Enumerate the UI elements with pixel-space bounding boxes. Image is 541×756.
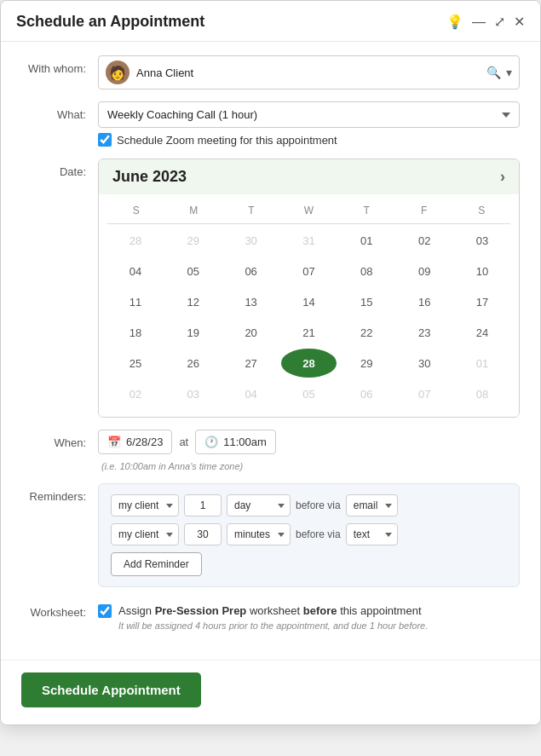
when-date-field[interactable]: 📅 6/28/23 [98,430,172,454]
calendar-day-25[interactable]: 25 [107,349,164,378]
at-label: at [179,436,188,448]
calendar-day-31[interactable]: 31 [281,226,337,255]
calendar-day-01[interactable]: 01 [338,226,394,255]
date-row: Date: June 2023 › S M T W T F [21,159,520,418]
weekday-wed: W [280,201,338,220]
calendar-day-28[interactable]: 28 [281,349,337,378]
calendar-day-06[interactable]: 06 [338,379,394,408]
calendar-day-27[interactable]: 27 [223,349,279,378]
calendar-day-28[interactable]: 28 [107,226,164,255]
calendar-day-04[interactable]: 04 [107,257,164,286]
timezone-hint: (i.e. 10:00am in Anna's time zone) [98,461,520,471]
calendar-day-30[interactable]: 30 [223,226,279,255]
calendar-day-02[interactable]: 02 [107,379,164,408]
calendar-day-05[interactable]: 05 [281,379,337,408]
calendar-day-07[interactable]: 07 [281,257,337,286]
calendar-next-icon[interactable]: › [500,168,505,186]
close-icon[interactable]: ✕ [514,14,525,30]
reminder-1-who[interactable]: my client me both [111,494,179,517]
reminder-1-before-via: before via [296,499,341,511]
when-row: When: 📅 6/28/23 at 🕐 11:00am (i.e. 10:00… [21,430,520,471]
calendar-day-18[interactable]: 18 [107,318,164,347]
worksheet-name: Pre-Session Prep [155,604,247,617]
calendar-day-21[interactable]: 21 [281,318,337,347]
when-time: 11:00am [223,436,267,448]
resize-icon[interactable]: ⤢ [494,14,505,30]
worksheet-hint: It will be assigned 4 hours prior to the… [118,620,428,631]
calendar-day-16[interactable]: 16 [396,287,452,316]
schedule-appointment-button[interactable]: Schedule Appointment [21,672,201,707]
calendar-day-10[interactable]: 10 [454,257,510,286]
calendar-day-20[interactable]: 20 [223,318,279,347]
calendar-day-29[interactable]: 29 [338,349,394,378]
calendar-day-01[interactable]: 01 [454,349,510,378]
dropdown-icon[interactable]: ▾ [506,66,512,79]
bulb-icon[interactable]: 💡 [446,14,463,30]
time-field[interactable]: 🕐 11:00am [195,430,276,454]
reminder-2-who[interactable]: my client me both [111,523,179,545]
calendar-header: June 2023 › [99,159,519,194]
calendar-days: 2829303101020304050607080910111213141516… [107,226,510,408]
when-row-inner: 📅 6/28/23 at 🕐 11:00am (i.e. 10:00am in … [98,430,520,471]
client-name: Anna Client [136,66,480,79]
reminder-2-via[interactable]: text email push [346,523,398,545]
search-icon[interactable]: 🔍 [486,66,501,79]
worksheet-checkbox[interactable] [98,604,112,618]
reminders-control: my client me both day days hour hours mi… [98,483,520,587]
reminder-2-amount[interactable] [184,523,222,545]
calendar-day-19[interactable]: 19 [165,318,222,347]
weekday-mon: M [165,201,223,220]
calendar-day-13[interactable]: 13 [223,287,279,316]
worksheet-row: Worksheet: Assign Pre-Session Prep works… [21,599,520,631]
calendar-day-29[interactable]: 29 [165,226,222,255]
calendar: June 2023 › S M T W T F S [98,159,520,418]
add-reminder-button[interactable]: Add Reminder [111,552,202,576]
calendar-day-02[interactable]: 02 [396,226,452,255]
calendar-day-08[interactable]: 08 [338,257,394,286]
calendar-day-26[interactable]: 26 [165,349,222,378]
calendar-day-03[interactable]: 03 [165,379,222,408]
calendar-day-24[interactable]: 24 [454,318,510,347]
calendar-day-05[interactable]: 05 [165,257,222,286]
calendar-day-03[interactable]: 03 [454,226,510,255]
calendar-day-11[interactable]: 11 [107,287,164,316]
reminder-row-2: my client me both minutes hours days bef… [111,523,507,545]
calendar-day-14[interactable]: 14 [281,287,337,316]
title-bar-controls: 💡 — ⤢ ✕ [446,14,525,30]
when-date: 6/28/23 [126,436,163,448]
with-whom-field[interactable]: 🧑 Anna Client 🔍 ▾ [98,55,520,89]
when-control: 📅 6/28/23 at 🕐 11:00am (i.e. 10:00am in … [98,430,520,471]
what-row: What: Weekly Coaching Call (1 hour) Init… [21,101,520,147]
calendar-day-04[interactable]: 04 [223,379,279,408]
window-title: Schedule an Appointment [16,13,204,31]
reminder-1-amount[interactable] [184,494,222,517]
zoom-check-label[interactable]: Schedule Zoom meeting for this appointme… [117,134,337,147]
calendar-day-23[interactable]: 23 [396,318,452,347]
worksheet-text-block: Assign Pre-Session Prep worksheet before… [118,603,428,631]
calendar-day-17[interactable]: 17 [454,287,510,316]
with-whom-control: 🧑 Anna Client 🔍 ▾ [98,55,520,89]
reminder-1-via[interactable]: email text push [346,494,398,517]
worksheet-control: Assign Pre-Session Prep worksheet before… [98,599,520,631]
appointment-type-select[interactable]: Weekly Coaching Call (1 hour) Initial Co… [98,101,520,128]
calendar-day-09[interactable]: 09 [396,257,452,286]
calendar-day-12[interactable]: 12 [165,287,222,316]
reminders-label: Reminders: [21,483,98,503]
minimize-icon[interactable]: — [472,14,486,30]
calendar-day-30[interactable]: 30 [396,349,452,378]
zoom-checkbox[interactable] [98,133,112,147]
weekday-thu: T [337,201,395,220]
avatar: 🧑 [106,61,129,84]
calendar-day-22[interactable]: 22 [338,318,394,347]
title-bar: Schedule an Appointment 💡 — ⤢ ✕ [1,1,540,42]
calendar-day-08[interactable]: 08 [454,379,510,408]
weekday-sun: S [107,201,165,220]
calendar-day-06[interactable]: 06 [223,257,279,286]
reminder-row-1: my client me both day days hour hours mi… [111,494,507,517]
reminder-1-unit[interactable]: day days hour hours minutes [227,494,291,517]
reminder-2-unit[interactable]: minutes hours days [227,523,291,545]
weekday-sat: S [452,201,510,220]
clock-icon: 🕐 [204,436,218,448]
calendar-day-15[interactable]: 15 [338,287,394,316]
calendar-day-07[interactable]: 07 [396,379,452,408]
